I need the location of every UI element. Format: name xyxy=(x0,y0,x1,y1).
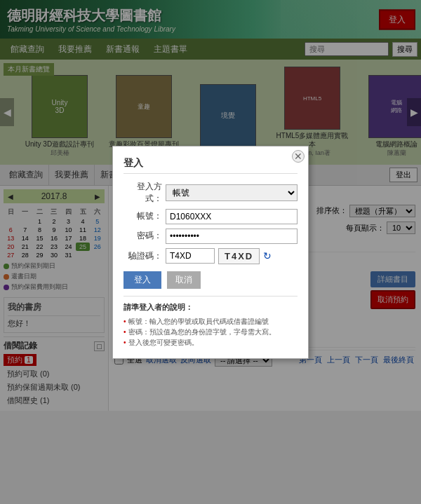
captcha-row: 驗證碼： T4XD ↻ xyxy=(123,248,298,264)
modal-hints: 請準登入者的說明： • 帳號：輸入您的學號或取員代碼或借書證編號 • 密碼：預設… xyxy=(123,296,298,348)
login-method-select[interactable]: 帳號 xyxy=(166,184,298,201)
modal-hints-title: 請準登入者的說明： xyxy=(123,302,298,313)
account-label: 帳號： xyxy=(123,210,162,222)
modal-login-button[interactable]: 登入 xyxy=(123,271,161,289)
captcha-display: T4XD xyxy=(218,248,260,264)
hint-item-1: • 帳號：輸入您的學號或取員代碼或借書證編號 xyxy=(123,316,298,327)
modal-title: 登入 xyxy=(123,157,298,174)
modal-overlay[interactable]: ✕ 登入 登入方式： 帳號 帳號： 密碼： 驗證碼： T4XD ↻ 登入 xyxy=(0,0,421,504)
captcha-area: T4XD ↻ xyxy=(166,248,272,264)
modal-buttons: 登入 取消 xyxy=(123,271,298,289)
hint-bullet-1: • xyxy=(123,316,126,327)
hint-text-2: 密碼：預設值為您的身份證字號，字母需大寫。 xyxy=(128,327,276,337)
hint-bullet-2: • xyxy=(123,327,126,337)
account-input[interactable] xyxy=(166,209,298,224)
account-row: 帳號： xyxy=(123,209,298,224)
captcha-label: 驗證碼： xyxy=(123,250,162,262)
password-row: 密碼： xyxy=(123,229,298,244)
hint-item-2: • 密碼：預設值為您的身份證字號，字母需大寫。 xyxy=(123,327,298,337)
modal-close-button[interactable]: ✕ xyxy=(292,150,305,163)
login-modal: ✕ 登入 登入方式： 帳號 帳號： 密碼： 驗證碼： T4XD ↻ 登入 xyxy=(112,146,309,359)
password-label: 密碼： xyxy=(123,230,162,242)
login-method-row: 登入方式： 帳號 xyxy=(123,181,298,205)
modal-cancel-button[interactable]: 取消 xyxy=(167,271,201,289)
hint-text-1: 帳號：輸入您的學號或取員代碼或借書證編號 xyxy=(128,316,269,327)
hint-bullet-3: • xyxy=(123,337,126,348)
captcha-refresh-button[interactable]: ↻ xyxy=(263,250,272,261)
login-method-label: 登入方式： xyxy=(123,181,162,205)
captcha-input[interactable] xyxy=(166,248,215,264)
hint-text-3: 登入後您可變更密碼。 xyxy=(128,337,199,348)
hint-item-3: • 登入後您可變更密碼。 xyxy=(123,337,298,348)
password-input[interactable] xyxy=(166,229,298,244)
